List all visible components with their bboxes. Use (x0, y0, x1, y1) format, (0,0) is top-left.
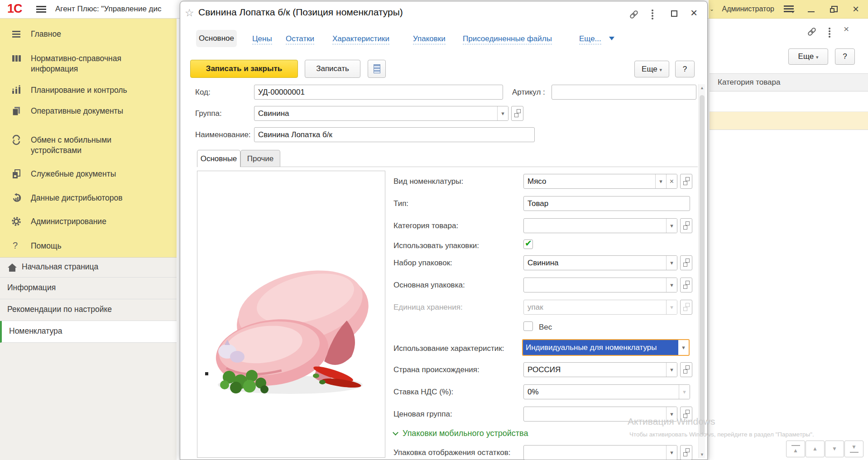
nomenclature-kind-open-button[interactable] (680, 174, 692, 189)
weight-label: Вес (539, 323, 552, 332)
panel-help-button[interactable]: ? (835, 48, 855, 65)
main-package-open-button[interactable] (680, 278, 692, 292)
dropdown-arrow-icon[interactable]: ▾ (666, 278, 677, 292)
arrow-down-icon: ▼ (832, 446, 837, 452)
go-first-button[interactable]: ▲ (786, 441, 805, 457)
nomenclature-dialog: ☆ Свинина Лопатка б/к (Позиция номенклат… (180, 1, 708, 460)
service-docs-icon (11, 168, 22, 179)
dialog-title: Свинина Лопатка б/к (Позиция номенклатур… (198, 7, 403, 18)
window-restore-button[interactable] (831, 6, 838, 12)
group-open-button[interactable] (511, 106, 523, 121)
vat-rate-label: Ставка НДС (%): (393, 388, 453, 397)
dialog-maximize-button[interactable] (671, 10, 677, 17)
tab-osnovnoe[interactable]: Основное (196, 30, 237, 47)
save-button[interactable]: Записать (305, 60, 360, 78)
tab-prochie[interactable]: Прочие (240, 150, 280, 167)
go-last-button[interactable]: ▼ (844, 441, 863, 457)
package-set-label: Набор упаковок: (393, 259, 452, 268)
display-package-field[interactable]: ▾ (523, 445, 677, 460)
display-package-open-button[interactable] (680, 445, 692, 460)
current-user[interactable]: Администратор (709, 5, 774, 13)
get-link-icon[interactable] (628, 9, 639, 22)
tab-osnovnye[interactable]: Основные (197, 150, 240, 167)
more-menu-icon[interactable] (829, 28, 830, 38)
origin-country-field[interactable]: РОССИЯ ▾ (523, 362, 677, 377)
scrollbar-thumb[interactable] (700, 95, 705, 435)
dropdown-arrow-icon[interactable]: ▾ (666, 256, 677, 270)
code-label: Код: (195, 88, 211, 97)
dropdown-arrow-icon[interactable]: ▾ (666, 446, 677, 460)
dialog-more-button[interactable]: Еще ▾ (634, 61, 669, 77)
tab-tseny[interactable]: Цены (252, 34, 272, 44)
product-category-open-button[interactable] (680, 218, 692, 233)
dropdown-arrow-icon[interactable]: ▾ (666, 407, 677, 421)
nomenclature-kind-label: Вид номенклатуры: (393, 177, 463, 186)
go-down-button[interactable]: ▼ (825, 441, 844, 457)
table-row-selected[interactable] (710, 112, 868, 130)
table-row[interactable] (710, 91, 868, 112)
panel-more-button[interactable]: Еще ▾ (788, 48, 828, 65)
title-band: ⌄ Администратор × (709, 0, 868, 19)
package-set-field[interactable]: Свинина ▾ (523, 255, 677, 270)
sidebar-item-information[interactable]: Информация (0, 278, 177, 299)
price-group-label: Ценовая группа: (393, 410, 452, 419)
display-package-label: Упаковка отображения остатков: (393, 448, 510, 457)
hamburger-menu-icon[interactable] (36, 6, 46, 13)
product-category-field[interactable]: ▾ (523, 218, 677, 233)
dropdown-arrow-icon[interactable]: ▾ (678, 340, 689, 355)
sync-icon (11, 134, 22, 145)
save-and-close-button[interactable]: Записать и закрыть (190, 60, 298, 78)
window-close-button[interactable]: × (853, 3, 859, 15)
dialog-close-button[interactable]: × (691, 7, 697, 19)
help-icon: ? (13, 240, 24, 251)
dialog-help-button[interactable]: ? (675, 61, 695, 77)
tab-attached-files[interactable]: Присоединенные файлы (463, 34, 552, 44)
column-header[interactable]: Категория товара (710, 73, 868, 91)
clear-icon[interactable]: × (666, 174, 677, 188)
chevron-down-icon[interactable] (609, 37, 614, 40)
weight-checkbox[interactable] (523, 321, 533, 331)
more-menu-icon[interactable] (652, 10, 653, 20)
origin-country-open-button[interactable] (680, 362, 692, 377)
code-field[interactable]: УД-00000001 (254, 85, 503, 100)
journal-button[interactable] (368, 60, 386, 78)
characteristics-usage-field[interactable]: Индивидуальные для номенклатуры ▾ (522, 339, 690, 356)
main-package-label: Основная упаковка: (393, 281, 465, 290)
dropdown-arrow-icon[interactable]: ▾ (497, 106, 508, 120)
dropdown-arrow-icon: ▾ (666, 300, 677, 314)
main-menu-icon[interactable] (784, 5, 796, 14)
dropdown-arrow-icon[interactable]: ▾ (666, 363, 677, 377)
window-minimize-button[interactable] (808, 11, 815, 12)
sidebar-item-home[interactable]: Начальная страница (0, 257, 177, 278)
dropdown-arrow-icon[interactable]: ▾ (655, 174, 666, 188)
sidebar-item-recommendations[interactable]: Рекомендации по настройке (0, 299, 177, 321)
link-icon[interactable] (806, 26, 817, 39)
go-up-button[interactable]: ▲ (806, 441, 825, 457)
tab-more[interactable]: Еще... (579, 34, 601, 44)
article-label: Артикул : (512, 88, 545, 97)
documents-icon (11, 105, 22, 116)
tab-ostatki[interactable]: Остатки (286, 34, 314, 44)
favorite-star-icon[interactable]: ☆ (185, 7, 194, 19)
tab-kharakteristiki[interactable]: Характеристики (332, 34, 389, 44)
scroll-up-icon[interactable]: ▲ (699, 86, 705, 90)
group-field[interactable]: Свинина ▾ (254, 106, 508, 121)
mobile-packages-section[interactable]: Упаковки мобильного устройства (393, 429, 528, 438)
dialog-scrollbar[interactable]: ▲ ▼ (698, 84, 705, 458)
price-group-open-button[interactable] (680, 407, 692, 422)
article-field[interactable] (551, 85, 696, 100)
main-package-field[interactable]: ▾ (523, 278, 677, 292)
scroll-down-icon[interactable]: ▼ (699, 452, 705, 457)
dropdown-arrow-icon: ▾ (679, 385, 690, 399)
price-group-field[interactable]: ▾ (523, 407, 677, 422)
package-set-open-button[interactable] (680, 255, 692, 270)
dropdown-arrow-icon[interactable]: ▾ (666, 219, 677, 233)
nomenclature-kind-field[interactable]: Мясо ▾ × (523, 174, 677, 189)
panel-close-icon[interactable]: × (844, 24, 849, 34)
name-field[interactable]: Свинина Лопатка б/к (254, 127, 535, 142)
vat-rate-field[interactable]: 0% ▾ (523, 384, 690, 399)
tab-upakovki[interactable]: Упаковки (413, 34, 446, 44)
use-packages-checkbox[interactable]: ✔ (523, 240, 533, 249)
sidebar-item-nomenclature[interactable]: Номенклатура (0, 321, 177, 343)
type-field[interactable]: Товар (523, 196, 690, 211)
